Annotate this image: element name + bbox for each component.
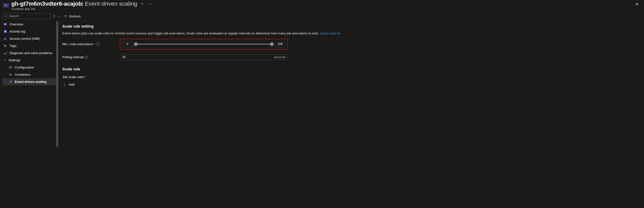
scaling-icon: [8, 80, 12, 84]
slider-min-thumb[interactable]: [134, 42, 138, 46]
svg-point-12: [4, 45, 5, 46]
sidebar-item-event-driven-scaling[interactable]: Event-driven scaling: [2, 78, 58, 86]
sidebar-search[interactable]: [2, 13, 51, 19]
sidebar-item-label: Activity log: [10, 30, 25, 34]
chevron-down-icon: [4, 59, 6, 62]
clear-search-button[interactable]: ✕: [52, 14, 56, 19]
more-menu-button[interactable]: ⋯: [147, 2, 153, 6]
refresh-icon: [64, 14, 68, 18]
tags-icon: [4, 44, 7, 48]
svg-point-2: [5, 15, 6, 17]
required-indicator: *: [94, 42, 95, 46]
page-title: gh-gt7m6m3vdter6-acajob: [11, 0, 82, 7]
min-max-highlight: [120, 39, 288, 50]
min-max-executions-label: Min / max executions: [62, 42, 93, 46]
containerapp-job-icon: [3, 2, 9, 8]
external-link-icon: ⧉: [338, 32, 340, 35]
collapse-sidebar-button[interactable]: «: [58, 14, 60, 19]
required-indicator: *: [85, 75, 86, 79]
scale-rule-setting-heading: Scale rule setting: [62, 24, 639, 28]
sidebar-item-label: Settings: [8, 58, 20, 62]
executions-slider[interactable]: [134, 42, 274, 46]
svg-rect-4: [4, 23, 7, 25]
min-executions-input[interactable]: [123, 41, 132, 47]
polling-interval-input[interactable]: [120, 54, 288, 60]
access-control-icon: [4, 37, 7, 40]
sidebar-item-label: Tags: [10, 44, 16, 48]
sidebar-item-label: Overview: [10, 22, 23, 26]
svg-rect-1: [4, 4, 8, 6]
refresh-button[interactable]: Refresh: [62, 14, 82, 19]
diagnose-icon: [4, 51, 7, 55]
svg-point-17: [10, 68, 11, 68]
info-icon[interactable]: i: [84, 56, 88, 59]
refresh-label: Refresh: [69, 14, 81, 18]
job-scale-rules-label: Job scale rules: [62, 75, 84, 79]
sidebar-item-label: Configuration: [15, 66, 34, 69]
svg-point-10: [4, 38, 5, 39]
sidebar-item-label: Containers: [15, 73, 30, 76]
sidebar-item-label: Access control (IAM): [10, 37, 40, 40]
max-executions-input[interactable]: [276, 41, 285, 47]
slider-max-thumb[interactable]: [270, 42, 274, 46]
sidebar-group-settings[interactable]: Settings: [2, 57, 58, 64]
sidebar-scrollbar[interactable]: [56, 21, 58, 206]
sidebar-item-label: Diagnose and solve problems: [10, 51, 52, 55]
svg-rect-24: [10, 81, 12, 82]
sidebar-item-diagnose[interactable]: Diagnose and solve problems: [2, 50, 58, 57]
overview-icon: [4, 22, 7, 26]
polling-interval-label: Polling interval: [62, 55, 84, 59]
scale-rule-heading: Scale rule: [62, 67, 639, 72]
svg-point-18: [11, 66, 12, 67]
resource-type-label: Container App Job: [11, 7, 633, 11]
search-icon: [4, 14, 7, 18]
sidebar-item-access-control[interactable]: Access control (IAM): [2, 35, 58, 42]
scale-rule-setting-description: Event-driven jobs use scale rules to mon…: [62, 31, 639, 36]
add-scale-rule-button[interactable]: ＋ Add: [62, 82, 639, 87]
scrollbar-thumb[interactable]: [56, 21, 58, 147]
sidebar-item-tags[interactable]: Tags: [2, 42, 58, 50]
activity-log-icon: [4, 30, 7, 34]
containers-icon: [8, 73, 12, 76]
sidebar-item-label: Event-driven scaling: [15, 80, 46, 84]
configuration-icon: [8, 66, 12, 69]
search-input[interactable]: [9, 14, 49, 18]
svg-point-16: [9, 67, 10, 68]
sidebar-item-containers[interactable]: Containers: [2, 71, 58, 78]
svg-line-3: [6, 16, 7, 17]
svg-rect-5: [4, 24, 5, 24]
svg-point-11: [6, 38, 6, 39]
sidebar-item-overview[interactable]: Overview: [2, 21, 58, 28]
sidebar-item-configuration[interactable]: Configuration: [2, 64, 58, 71]
plus-icon: ＋: [62, 82, 67, 87]
learn-more-link[interactable]: Learn more ⧉: [320, 32, 340, 35]
close-blade-button[interactable]: ✕: [635, 2, 639, 7]
page-title-suffix: | Event-driven scaling: [82, 0, 137, 7]
info-icon[interactable]: i: [96, 43, 99, 46]
favorite-star-icon[interactable]: ☆: [140, 1, 144, 6]
sidebar-item-activity-log[interactable]: Activity log: [2, 28, 58, 35]
add-label: Add: [69, 83, 75, 86]
